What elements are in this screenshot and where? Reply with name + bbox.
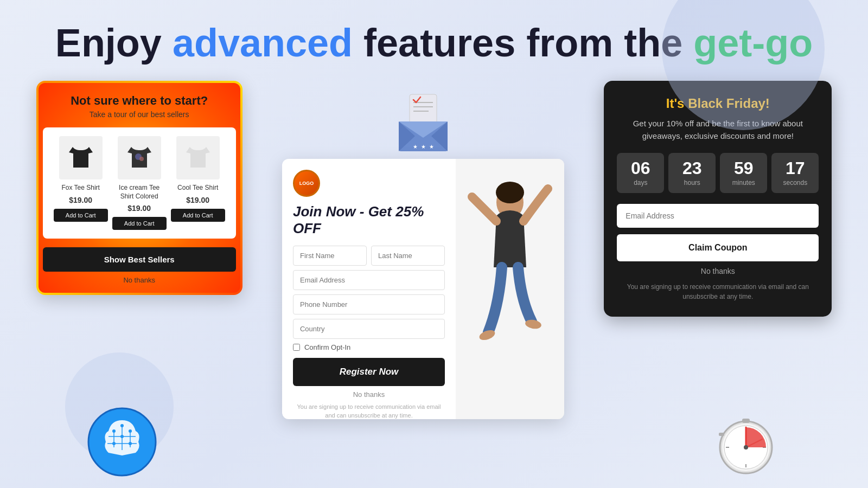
bestseller-footer: Show Best Sellers No thanks [39, 243, 240, 293]
tshirt-icon-3 [182, 142, 214, 174]
product-item-2: Ice cream Tee Shirt Colored $19.00 Add t… [112, 136, 167, 230]
blackfriday-fine-print: You are signing up to receive communicat… [617, 282, 819, 301]
svg-rect-32 [742, 419, 750, 423]
svg-text:★: ★ [412, 144, 417, 150]
countdown-days-label: days [621, 179, 660, 187]
product-image-1 [59, 136, 103, 179]
svg-point-28 [129, 442, 132, 445]
bestseller-title: Not sure where to start? [47, 94, 232, 108]
svg-point-26 [129, 429, 132, 433]
last-name-input[interactable] [371, 246, 445, 266]
email-signup-card: LOGO Join Now - Get 25% OFF [282, 159, 564, 419]
product-name-1: Fox Tee Shirt [54, 184, 108, 192]
product-image-3 [176, 136, 220, 179]
svg-text:★: ★ [429, 144, 433, 150]
optin-row: Confirm Opt-In [293, 343, 445, 351]
email-form-section: LOGO Join Now - Get 25% OFF [282, 159, 564, 419]
email-form-left: LOGO Join Now - Get 25% OFF [282, 159, 456, 419]
title-part1: Enjoy [55, 21, 173, 65]
svg-point-15 [496, 182, 524, 203]
person-illustration [456, 159, 564, 419]
bestseller-products: Fox Tee Shirt $19.00 Add to Cart Ice cre… [43, 127, 236, 239]
email-fine-print: You are signing up to receive communicat… [293, 403, 445, 419]
add-to-cart-btn-3[interactable]: Add to Cart [171, 209, 225, 222]
bestseller-no-thanks[interactable]: No thanks [43, 272, 236, 286]
email-card-wrapper: ★ ★ ★ LOGO Join Now - Get 25% OFF [282, 81, 564, 419]
country-input[interactable] [293, 319, 445, 339]
countdown-row: 06 days 23 hours 59 minutes 17 seconds [617, 153, 819, 193]
countdown-hours: 23 hours [668, 153, 716, 193]
svg-text:★: ★ [420, 144, 425, 150]
tshirt-icon-1 [65, 142, 97, 174]
stopwatch-icon [711, 407, 781, 477]
add-to-cart-btn-2[interactable]: Add to Cart [112, 217, 167, 230]
optin-label: Confirm Opt-In [304, 343, 350, 351]
bestseller-card: Not sure where to start? Take a tour of … [36, 81, 242, 295]
product-item-3: Cool Tee Shirt $19.00 Add to Cart [171, 136, 225, 222]
svg-point-39 [744, 445, 748, 450]
name-row [293, 246, 445, 266]
brain-icon [87, 407, 157, 477]
countdown-days-value: 06 [621, 159, 660, 177]
svg-point-1 [139, 157, 144, 161]
product-price-3: $19.00 [171, 196, 225, 204]
svg-point-24 [112, 429, 116, 433]
register-button[interactable]: Register Now [293, 358, 445, 386]
add-to-cart-btn-1[interactable]: Add to Cart [54, 209, 108, 222]
envelope-container: ★ ★ ★ [391, 81, 456, 159]
join-title: Join Now - Get 25% OFF [293, 203, 445, 237]
bestseller-subtitle: Take a tour of our best sellers [47, 110, 232, 119]
product-price-1: $19.00 [54, 196, 108, 204]
countdown-days: 06 days [617, 153, 664, 193]
product-name-3: Cool Tee Shirt [171, 184, 225, 192]
logo-badge: LOGO [293, 170, 320, 197]
person-image-area [456, 159, 564, 419]
svg-point-25 [120, 424, 124, 427]
email-no-thanks[interactable]: No thanks [293, 390, 445, 399]
svg-point-29 [120, 435, 124, 438]
phone-input[interactable] [293, 294, 445, 314]
countdown-seconds-label: seconds [776, 179, 814, 187]
countdown-minutes: 59 minutes [720, 153, 767, 193]
bestseller-header: Not sure where to start? Take a tour of … [39, 83, 240, 123]
tshirt-icon-2 [123, 142, 156, 174]
countdown-hours-label: hours [673, 179, 711, 187]
svg-rect-33 [719, 433, 724, 436]
first-name-input[interactable] [293, 246, 367, 266]
countdown-seconds-value: 17 [776, 159, 814, 177]
optin-checkbox[interactable] [293, 344, 300, 351]
countdown-seconds: 17 seconds [771, 153, 819, 193]
blackfriday-email-input[interactable] [617, 204, 819, 228]
product-name-2: Ice cream Tee Shirt Colored [112, 184, 167, 201]
product-price-2: $19.00 [112, 204, 167, 213]
bestseller-inner: Not sure where to start? Take a tour of … [39, 83, 240, 293]
product-image-2 [118, 136, 161, 179]
claim-coupon-button[interactable]: Claim Coupon [617, 234, 819, 261]
countdown-minutes-value: 59 [724, 159, 763, 177]
title-part2: features from the [353, 21, 693, 65]
product-item-1: Fox Tee Shirt $19.00 Add to Cart [54, 136, 108, 222]
title-advanced: advanced [173, 21, 353, 65]
blackfriday-no-thanks[interactable]: No thanks [617, 267, 819, 275]
envelope-icon: ★ ★ ★ [391, 92, 456, 151]
countdown-hours-value: 23 [673, 159, 711, 177]
email-address-input[interactable] [293, 270, 445, 290]
logo-text: LOGO [299, 181, 314, 186]
countdown-minutes-label: minutes [724, 179, 763, 187]
show-best-sellers-button[interactable]: Show Best Sellers [43, 247, 236, 272]
logo-area: LOGO [293, 170, 445, 197]
svg-point-27 [112, 442, 116, 445]
